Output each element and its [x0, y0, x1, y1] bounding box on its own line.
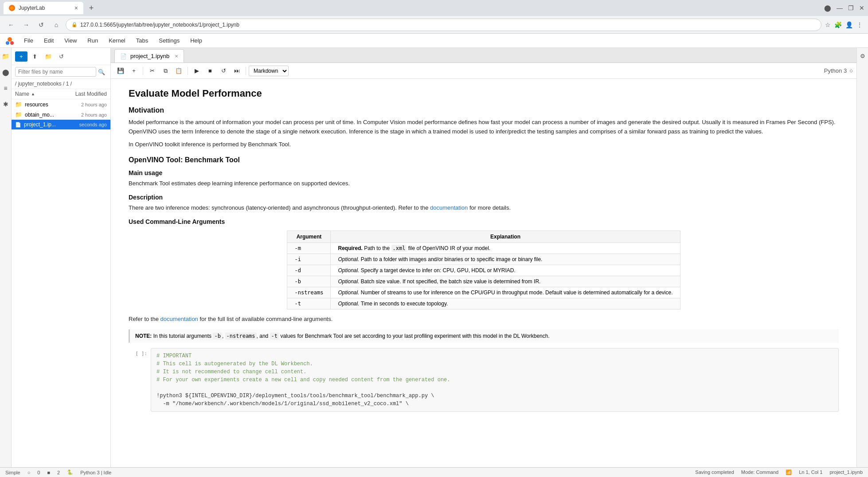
refresh-button[interactable]: ↺	[35, 19, 47, 31]
files-icon[interactable]: 📁	[1, 51, 11, 61]
cut-button[interactable]: ✂	[146, 65, 158, 77]
property-inspector-icon[interactable]: ⚙	[858, 51, 867, 60]
code-line-1: # IMPORTANT	[156, 352, 833, 360]
menu-tabs[interactable]: Tabs	[132, 35, 152, 46]
paste-button[interactable]: 📋	[172, 65, 185, 77]
app-menubar: File Edit View Run Kernel Tabs Settings …	[0, 34, 868, 48]
refresh-files-button[interactable]: ↺	[56, 51, 67, 62]
notebook-tab[interactable]: 📄 project_1.ipynb ×	[114, 49, 184, 63]
name-column-header: Name ▲	[15, 91, 75, 97]
file-browser-panel: + ⬆ 📁 ↺ 🔍 / jupyter_notebooks / 1 /	[12, 48, 110, 467]
file-modified-time: 2 hours ago	[81, 102, 107, 107]
main-usage-heading: Main usage	[129, 169, 839, 176]
menu-run[interactable]: Run	[83, 35, 102, 46]
menu-file[interactable]: File	[20, 35, 38, 46]
cell-type-select[interactable]: Markdown Code Raw	[249, 66, 289, 76]
commands-icon[interactable]: ≡	[1, 83, 11, 93]
running-icon[interactable]: ⬤	[1, 67, 11, 77]
code-line-7: -m "/home/workbench/.workbench/models/1/…	[156, 400, 833, 408]
list-item[interactable]: 📁 resources 2 hours ago	[12, 99, 110, 109]
status-right: Saving completed Mode: Command 📶 Ln 1, C…	[695, 469, 863, 475]
simple-label: Simple	[5, 470, 20, 475]
file-modified-time: seconds ago	[79, 122, 107, 127]
new-tab-button[interactable]: +	[85, 2, 98, 14]
browser-toolbar: ← → ↺ ⌂ 🔒 127.0.0.1:5665/jupyter/lab/tre…	[0, 16, 868, 34]
close-icon[interactable]: ✕	[859, 4, 864, 12]
code-line-5	[156, 384, 833, 392]
menu-edit[interactable]: Edit	[39, 35, 58, 46]
cell-input[interactable]: # IMPORTANT # This cell is autogenerated…	[151, 348, 839, 412]
active-file: project_1.ipynb	[829, 469, 863, 475]
status-bar: Simple ○ 0 ■ 2 🐍 Python 3 | Idle Saving …	[0, 467, 868, 477]
modified-column-header: Last Modified	[75, 91, 107, 97]
table-row: -t Optional. Time in seconds to execute …	[287, 298, 680, 309]
markdown-cell: Evaluate Model Performance Motivation Mo…	[129, 88, 839, 343]
address-bar[interactable]: 🔒 127.0.0.1:5665/jupyter/lab/tree/jupyte…	[66, 19, 821, 31]
profile-icon[interactable]: 👤	[845, 21, 853, 28]
menu-view[interactable]: View	[60, 35, 81, 46]
mode-indicator: Mode: Command	[741, 469, 778, 475]
restart-button[interactable]: ↺	[217, 65, 230, 77]
restore-icon[interactable]: ❐	[848, 4, 854, 12]
left-activity-bar: 📁 ⬤ ≡ ✱	[0, 48, 12, 467]
svg-point-2	[10, 41, 14, 45]
arg-m: -m	[287, 242, 331, 254]
list-item[interactable]: 📄 project_1.ip... seconds ago	[12, 120, 110, 129]
stop-button[interactable]: ■	[204, 65, 216, 77]
documentation-link-1[interactable]: documentation	[430, 204, 468, 211]
save-button[interactable]: 💾	[114, 65, 127, 77]
kernel-label: Python 3	[824, 67, 847, 74]
copy-button[interactable]: ⧉	[159, 65, 172, 77]
notebook-tab-close[interactable]: ×	[175, 53, 178, 59]
simple-toggle[interactable]: ○	[27, 470, 31, 475]
cell-gutter: [ ]:	[129, 348, 151, 412]
code-line-4: # For your own experiments create a new …	[156, 376, 833, 384]
extensions-icon[interactable]: 🧩	[834, 21, 842, 28]
new-folder-button[interactable]: 📁	[43, 51, 54, 62]
kernel-status-icon: ○	[849, 67, 853, 74]
extensions-sidebar-icon[interactable]: ✱	[1, 99, 11, 109]
file-browser: + ⬆ 📁 ↺ 🔍 / jupyter_notebooks / 1 /	[12, 48, 111, 467]
home-button[interactable]: ⌂	[51, 19, 62, 31]
upload-button[interactable]: ⬆	[29, 51, 41, 62]
description-heading: Description	[129, 194, 839, 201]
exp-d: Optional. Specify a target device to inf…	[331, 265, 680, 276]
extra-num: 2	[57, 470, 60, 475]
documentation-link-2[interactable]: documentation	[160, 316, 198, 322]
forward-button[interactable]: →	[20, 19, 32, 31]
code-line-6: !python3 ${INTEL_OPENVINO_DIR}/deploymen…	[156, 392, 833, 400]
menu-help[interactable]: Help	[186, 35, 207, 46]
back-button[interactable]: ←	[5, 19, 17, 31]
folder-icon: 📁	[15, 101, 22, 108]
browser-tab[interactable]: 🔶 JupyterLab ×	[4, 2, 83, 14]
menu-icon[interactable]: ⋮	[856, 21, 863, 28]
file-item-name: 📁 resources	[15, 101, 81, 108]
motivation-paragraph-1: Model performance is the amount of infor…	[129, 118, 839, 137]
file-search-input[interactable]	[15, 67, 96, 77]
minimize-icon[interactable]: ⬤	[824, 4, 831, 12]
new-file-button[interactable]: +	[15, 51, 27, 62]
bookmark-icon[interactable]: ☆	[825, 21, 831, 28]
motivation-heading: Motivation	[129, 106, 839, 114]
signal-icon: 📶	[786, 469, 792, 475]
browser-tab-close[interactable]: ×	[74, 4, 78, 12]
cmd-args-table: Argument Explanation -m Required. Path t…	[287, 231, 680, 309]
maximize-icon[interactable]: —	[837, 4, 843, 12]
search-icon[interactable]: 🔍	[96, 68, 107, 76]
python-icon: 🐍	[67, 469, 73, 475]
window-controls: ⬤ — ❐ ✕	[824, 4, 864, 12]
menu-kernel[interactable]: Kernel	[104, 35, 130, 46]
toolbar-divider	[188, 67, 188, 75]
extra-count: ■	[47, 470, 50, 475]
table-row: -nstreams Optional. Number of streams to…	[287, 287, 680, 298]
notebook-tab-label: project_1.ipynb	[130, 53, 169, 59]
list-item[interactable]: 📁 obtain_mo... 2 hours ago	[12, 109, 110, 120]
file-modified-time: 2 hours ago	[81, 112, 107, 117]
run-button[interactable]: ▶	[191, 65, 203, 77]
notebook-file-icon: 📄	[120, 53, 127, 59]
browser-titlebar: 🔶 JupyterLab × + ⬤ — ❐ ✕	[0, 0, 868, 16]
url-text: 127.0.0.1:5665/jupyter/lab/tree/jupyter_…	[80, 22, 239, 28]
add-cell-button[interactable]: +	[128, 65, 140, 77]
fast-forward-button[interactable]: ⏭	[231, 65, 243, 77]
menu-settings[interactable]: Settings	[154, 35, 184, 46]
